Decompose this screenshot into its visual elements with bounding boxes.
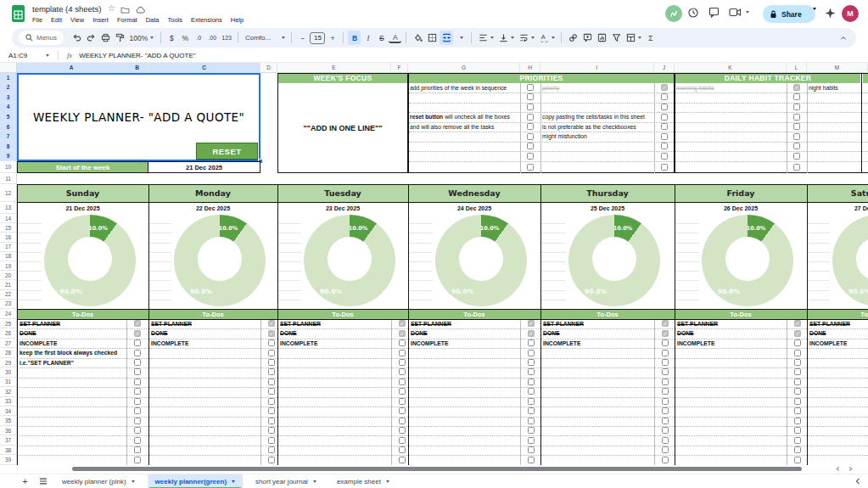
- todo-checkbox-thursday[interactable]: ✓: [662, 320, 669, 327]
- todos-header-tuesday[interactable]: To-Dos: [277, 309, 408, 319]
- todo-checkbox-thursday[interactable]: [662, 359, 669, 366]
- todo-item-saturday[interactable]: INCOMPLETE: [807, 339, 868, 348]
- priority-checkbox[interactable]: [793, 93, 800, 100]
- priority-checkbox[interactable]: [527, 104, 534, 110]
- todo-checkbox-wednesday[interactable]: [528, 388, 535, 395]
- todo-checkbox-sunday[interactable]: [134, 359, 141, 366]
- priority-checkbox[interactable]: [793, 153, 800, 160]
- todo-checkbox-sunday[interactable]: [134, 388, 141, 395]
- todo-checkbox-tuesday[interactable]: [399, 359, 406, 366]
- todo-checkbox-wednesday[interactable]: [528, 379, 535, 385]
- todo-checkbox-tuesday[interactable]: [399, 418, 406, 424]
- todo-checkbox-wednesday[interactable]: [528, 350, 535, 356]
- todo-checkbox-friday[interactable]: [794, 339, 801, 346]
- todo-item-saturday[interactable]: SET PLANNER: [807, 319, 868, 328]
- priority-checkbox[interactable]: [527, 153, 534, 160]
- todo-checkbox-monday[interactable]: ✓: [268, 320, 275, 327]
- todo-checkbox-thursday[interactable]: [662, 418, 669, 424]
- todo-checkbox-monday[interactable]: [268, 407, 275, 414]
- todo-checkbox-tuesday[interactable]: [399, 427, 406, 434]
- todo-checkbox-tuesday[interactable]: ✓: [399, 320, 406, 327]
- todo-checkbox-friday[interactable]: [794, 427, 801, 434]
- todo-checkbox-wednesday[interactable]: [528, 437, 535, 444]
- todo-checkbox-thursday[interactable]: [662, 388, 669, 395]
- sheet-tab-weekly-planner-green[interactable]: weekly planner(green): [148, 474, 243, 488]
- day-header-thursday[interactable]: Thursday: [540, 184, 675, 202]
- todo-checkbox-friday[interactable]: [794, 350, 801, 356]
- todo-item-friday[interactable]: SET PLANNER: [675, 319, 787, 328]
- todo-checkbox-wednesday[interactable]: [528, 368, 535, 375]
- day-header-monday[interactable]: Monday: [148, 184, 277, 202]
- priority-checkbox[interactable]: [661, 143, 668, 149]
- todo-checkbox-wednesday[interactable]: [528, 418, 535, 424]
- add-sheet-button[interactable]: +: [19, 474, 31, 488]
- todos-header-saturday[interactable]: To-Dos: [807, 309, 868, 319]
- note-copy-2[interactable]: is not preferable as the checkbooxes: [542, 122, 652, 132]
- todo-checkbox-friday[interactable]: [794, 457, 801, 463]
- todo-checkbox-monday[interactable]: [268, 388, 275, 395]
- reset-button[interactable]: RESET: [196, 143, 258, 160]
- todo-checkbox-monday[interactable]: [268, 457, 275, 463]
- todo-checkbox-tuesday[interactable]: [399, 407, 406, 414]
- todo-item-tuesday[interactable]: DONE: [277, 328, 391, 338]
- todo-checkbox-sunday[interactable]: [134, 339, 141, 346]
- todo-checkbox-monday[interactable]: [268, 437, 275, 444]
- todo-item-tuesday[interactable]: INCOMPLETE: [277, 339, 391, 348]
- todo-checkbox-monday[interactable]: [268, 418, 275, 424]
- todo-checkbox-sunday[interactable]: [134, 379, 141, 385]
- todo-checkbox-monday[interactable]: [268, 359, 275, 366]
- day-header-wednesday[interactable]: Wednesday: [408, 184, 540, 202]
- side-panel-collapse-icon[interactable]: [854, 477, 868, 485]
- todo-checkbox-thursday[interactable]: [662, 446, 669, 453]
- priority-checkbox[interactable]: ✓: [793, 84, 800, 91]
- night-habits-label[interactable]: night habits: [809, 83, 861, 93]
- note-reset-2[interactable]: and will also remove all the tasks: [410, 122, 518, 132]
- todo-checkbox-wednesday[interactable]: [528, 359, 535, 366]
- todos-header-wednesday[interactable]: To-Dos: [408, 309, 540, 319]
- todo-item-friday[interactable]: INCOMPLETE: [675, 339, 787, 348]
- priority-checkbox[interactable]: [527, 114, 534, 121]
- todo-checkbox-wednesday[interactable]: ✓: [528, 330, 535, 337]
- todo-checkbox-sunday[interactable]: [134, 368, 141, 375]
- todo-checkbox-wednesday[interactable]: [528, 407, 535, 414]
- todo-item-sunday[interactable]: SET PLANNER: [17, 319, 126, 328]
- todo-checkbox-monday[interactable]: [268, 368, 275, 375]
- todo-item-sunday[interactable]: DONE: [17, 328, 126, 338]
- priority-checkbox[interactable]: ✓: [661, 84, 668, 91]
- priority-checkbox[interactable]: [527, 164, 534, 171]
- todo-item-monday[interactable]: SET PLANNER: [148, 319, 260, 328]
- todo-checkbox-sunday[interactable]: [134, 418, 141, 424]
- morning-habits-label[interactable]: morning habits: [676, 83, 783, 93]
- todo-checkbox-thursday[interactable]: [662, 407, 669, 414]
- priority-checkbox[interactable]: [661, 93, 668, 100]
- todo-item-saturday[interactable]: DONE: [807, 328, 868, 338]
- todo-checkbox-thursday[interactable]: [662, 339, 669, 346]
- todo-checkbox-thursday[interactable]: ✓: [662, 330, 669, 337]
- todo-item-tuesday[interactable]: SET PLANNER: [277, 319, 391, 328]
- todo-checkbox-sunday[interactable]: ✓: [134, 330, 141, 337]
- todo-checkbox-thursday[interactable]: [662, 427, 669, 434]
- todo-checkbox-friday[interactable]: [794, 437, 801, 444]
- todo-checkbox-sunday[interactable]: ✓: [134, 320, 141, 327]
- todo-note-sunday[interactable]: i.e."SET PLANNER": [17, 358, 126, 367]
- priority-checkbox[interactable]: [527, 84, 534, 91]
- todo-checkbox-friday[interactable]: [794, 388, 801, 395]
- day-header-sunday[interactable]: Sunday: [17, 184, 148, 202]
- todo-checkbox-sunday[interactable]: [134, 407, 141, 414]
- all-sheets-button[interactable]: [36, 474, 49, 488]
- todo-checkbox-thursday[interactable]: [662, 437, 669, 444]
- start-of-week-label-cell[interactable]: Start of the week: [17, 161, 148, 173]
- todo-checkbox-wednesday[interactable]: [528, 457, 535, 463]
- todo-checkbox-sunday[interactable]: [134, 457, 141, 463]
- note-add-priorities[interactable]: add priorities of the week in sequence: [410, 83, 518, 93]
- priority-checkbox[interactable]: [527, 143, 534, 149]
- day-header-saturday[interactable]: Saturday: [807, 184, 868, 202]
- todos-header-friday[interactable]: To-Dos: [675, 309, 807, 319]
- priority-checkbox[interactable]: [527, 133, 534, 140]
- todo-item-wednesday[interactable]: INCOMPLETE: [408, 339, 520, 348]
- todo-checkbox-monday[interactable]: ✓: [268, 330, 275, 337]
- note-copy-1[interactable]: copy pasting the cells/tasks in this she…: [542, 112, 652, 122]
- scroll-left-arrow-icon[interactable]: [835, 466, 841, 472]
- weeks-focus-header[interactable]: WEEK'S FOCUS: [278, 74, 407, 83]
- horizontal-scrollbar-thumb[interactable]: [72, 467, 802, 471]
